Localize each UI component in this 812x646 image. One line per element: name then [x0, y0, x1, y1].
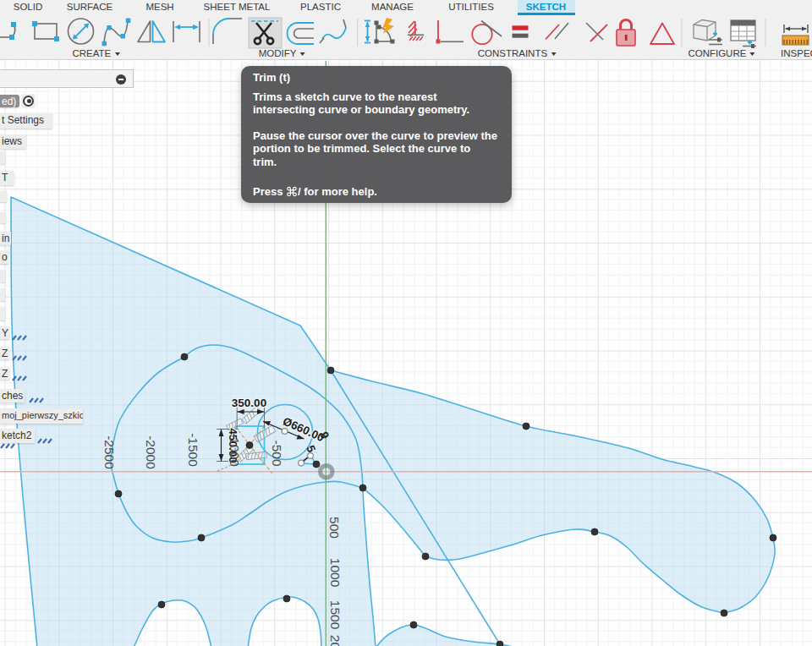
svg-text:1000: 1000: [328, 558, 343, 588]
svg-text:500: 500: [327, 517, 342, 539]
svg-text:2000: 2000: [328, 635, 343, 646]
svg-text:1500: 1500: [328, 600, 343, 630]
svg-text:-1500: -1500: [186, 433, 200, 467]
svg-text:350.00: 350.00: [232, 397, 266, 409]
svg-text:-1000: -1000: [228, 433, 242, 467]
svg-text:-2000: -2000: [144, 435, 158, 469]
svg-text:-500: -500: [270, 440, 284, 466]
svg-text:-2500: -2500: [102, 435, 117, 469]
